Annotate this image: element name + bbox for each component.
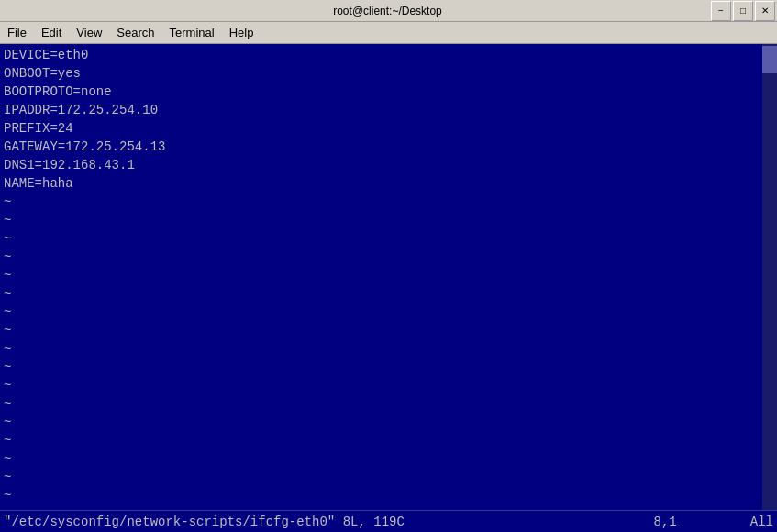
scrollbar[interactable]: [762, 44, 777, 510]
tilde-line: ~: [4, 394, 773, 413]
scrollbar-thumb[interactable]: [762, 46, 777, 73]
menu-view[interactable]: View: [69, 24, 109, 41]
tilde-line: ~: [4, 376, 773, 394]
tilde-line: ~: [4, 486, 773, 504]
editor-line: PREFIX=24: [4, 119, 773, 138]
menu-help[interactable]: Help: [222, 24, 261, 41]
titlebar-controls: − □ ✕: [711, 0, 777, 21]
editor-line: BOOTPROTO=none: [4, 83, 773, 101]
tilde-line: ~: [4, 284, 773, 303]
menu-edit[interactable]: Edit: [34, 24, 69, 41]
statusbar: "/etc/sysconfig/network-scripts/ifcfg-et…: [0, 510, 777, 532]
menu-search[interactable]: Search: [109, 24, 161, 41]
tilde-line: ~: [4, 303, 773, 321]
tilde-line: ~: [4, 431, 773, 449]
tilde-line: ~: [4, 229, 773, 248]
tilde-line: ~: [4, 468, 773, 486]
editor-line: DNS1=192.168.43.1: [4, 156, 773, 174]
tilde-line: ~: [4, 504, 773, 510]
minimize-button[interactable]: −: [711, 1, 731, 21]
status-filepath: "/etc/sysconfig/network-scripts/ifcfg-et…: [4, 515, 654, 529]
tilde-line: ~: [4, 248, 773, 266]
menu-terminal[interactable]: Terminal: [162, 24, 222, 41]
editor-line: GATEWAY=172.25.254.13: [4, 138, 773, 156]
close-button[interactable]: ✕: [755, 1, 775, 21]
titlebar: root@client:~/Desktop − □ ✕: [0, 0, 777, 22]
editor-line: DEVICE=eth0: [4, 46, 773, 64]
tilde-line: ~: [4, 266, 773, 284]
editor-line: NAME=haha: [4, 174, 773, 193]
tilde-line: ~: [4, 449, 773, 468]
tilde-line: ~: [4, 211, 773, 229]
editor-area[interactable]: DEVICE=eth0ONBOOT=yesBOOTPROTO=noneIPADD…: [0, 44, 777, 510]
editor-line: ONBOOT=yes: [4, 64, 773, 83]
tilde-line: ~: [4, 193, 773, 211]
tilde-line: ~: [4, 321, 773, 339]
status-position: 8,1: [654, 515, 677, 529]
maximize-button[interactable]: □: [733, 1, 753, 21]
editor-line: IPADDR=172.25.254.10: [4, 101, 773, 119]
status-right: 8,1 All: [654, 515, 773, 529]
menu-file[interactable]: File: [0, 24, 34, 41]
tilde-line: ~: [4, 358, 773, 376]
editor-content: DEVICE=eth0ONBOOT=yesBOOTPROTO=noneIPADD…: [4, 46, 773, 510]
tilde-line: ~: [4, 413, 773, 431]
titlebar-title: root@client:~/Desktop: [64, 5, 711, 17]
menubar: File Edit View Search Terminal Help: [0, 22, 777, 44]
tilde-line: ~: [4, 339, 773, 358]
status-scroll: All: [750, 515, 773, 529]
